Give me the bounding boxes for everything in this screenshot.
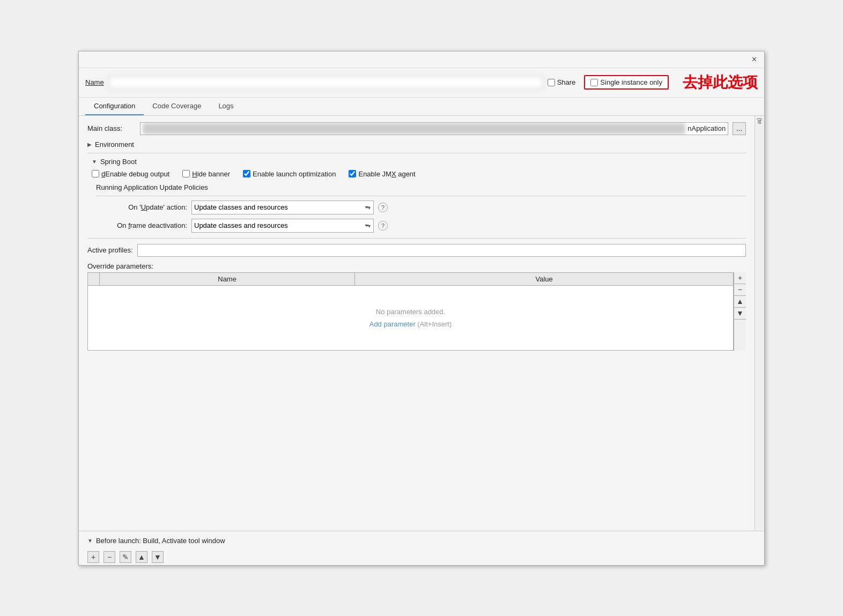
no-params-message: No parameters added. (376, 308, 445, 316)
right-panel-label: (te (757, 118, 763, 124)
enable-jmx-label: Enable JMX agent (358, 170, 415, 178)
add-param-row: Add parameter (Alt+Insert) (369, 320, 452, 328)
before-launch-label: Before launch: Build, Activate tool wind… (96, 537, 225, 545)
close-button[interactable]: × (749, 54, 760, 65)
enable-debug-checkbox[interactable] (92, 170, 99, 177)
tab-logs[interactable]: Logs (210, 98, 242, 115)
enable-jmx-checkbox-label[interactable]: Enable JMX agent (349, 170, 415, 178)
update-policies-section: Running Application Update Policies On '… (92, 183, 746, 233)
on-frame-label: On frame deactivation: (96, 221, 187, 229)
active-profiles-label: Active profiles: (87, 246, 133, 254)
spring-boot-section: ▼ Spring Boot dEnable debug output Hide … (87, 158, 746, 233)
name-input[interactable] (108, 76, 543, 89)
before-launch-triangle-icon: ▼ (87, 538, 93, 544)
enable-jmx-checkbox[interactable] (349, 170, 356, 177)
add-param-hint: (Alt+Insert) (417, 320, 452, 328)
active-profiles-row: Active profiles: (87, 244, 746, 257)
params-remove-button[interactable]: − (734, 284, 746, 296)
enable-launch-opt-checkbox[interactable] (243, 170, 250, 177)
hide-banner-label: Hide banner (192, 170, 230, 178)
add-parameter-link[interactable]: Add parameter (369, 320, 416, 328)
on-update-select-wrapper: Update classes and resources Hot swap cl… (191, 201, 374, 214)
params-table-header: Name Value (88, 273, 733, 286)
share-checkbox[interactable] (548, 79, 555, 86)
params-table: Name Value No parameters added. Add para… (87, 272, 734, 351)
enable-launch-opt-label: Enable launch optimization (253, 170, 336, 178)
before-launch-down-button[interactable]: ▼ (152, 551, 164, 563)
before-launch-header[interactable]: ▼ Before launch: Build, Activate tool wi… (87, 537, 756, 545)
on-frame-help-icon[interactable]: ? (378, 221, 388, 231)
on-update-select[interactable]: Update classes and resources Hot swap cl… (191, 201, 374, 214)
single-instance-label: Single instance only (600, 78, 662, 86)
on-frame-select-wrapper: Update classes and resources Hot swap cl… (191, 219, 374, 233)
params-side-buttons: + − ▲ ▼ (734, 272, 746, 351)
on-frame-row: On frame deactivation: Update classes an… (96, 219, 746, 233)
divider-policies (96, 196, 746, 196)
main-class-blurred (143, 123, 685, 134)
params-col-name-header: Name (100, 273, 355, 285)
main-panel: Main class: nApplication ... ▶ Environme… (79, 116, 755, 531)
right-panel: (te (755, 116, 764, 531)
main-class-more-button[interactable]: ... (733, 122, 746, 135)
update-policies-title: Running Application Update Policies (96, 183, 746, 191)
params-body: No parameters added. Add parameter (Alt+… (88, 286, 733, 350)
main-class-field[interactable]: nApplication (140, 122, 728, 135)
before-launch-remove-button[interactable]: − (103, 551, 115, 563)
before-launch-section: ▼ Before launch: Build, Activate tool wi… (79, 531, 764, 565)
on-update-row: On 'Update' action: Update classes and r… (96, 201, 746, 214)
single-instance-checkbox[interactable] (590, 79, 598, 86)
single-instance-checkbox-label[interactable]: Single instance only (590, 78, 662, 86)
params-add-button[interactable]: + (734, 272, 746, 284)
environment-triangle-icon: ▶ (87, 142, 92, 147)
annotation-text: 去掉此选项 (683, 72, 758, 93)
before-launch-actions: + − ✎ ▲ ▼ (87, 549, 756, 565)
params-up-button[interactable]: ▲ (734, 296, 746, 308)
params-wrapper: Name Value No parameters added. Add para… (87, 272, 746, 351)
header-checkboxes: Share Single instance only 去掉此选项 (548, 72, 758, 93)
enable-debug-checkbox-label[interactable]: dEnable debug output (92, 170, 169, 178)
environment-section-header[interactable]: ▶ Environment (87, 140, 746, 149)
override-params-label: Override parameters: (87, 262, 746, 270)
main-class-label: Main class: (87, 124, 136, 132)
before-launch-add-button[interactable]: + (87, 551, 99, 563)
tab-configuration[interactable]: Configuration (85, 98, 144, 115)
enable-launch-opt-checkbox-label[interactable]: Enable launch optimization (243, 170, 336, 178)
divider-2 (87, 238, 746, 239)
single-instance-box: Single instance only (584, 75, 669, 90)
on-frame-select[interactable]: Update classes and resources Hot swap cl… (191, 219, 374, 233)
params-down-button[interactable]: ▼ (734, 308, 746, 320)
spring-boot-triangle-icon: ▼ (92, 159, 97, 165)
before-launch-up-button[interactable]: ▲ (136, 551, 147, 563)
on-update-help-icon[interactable]: ? (378, 203, 388, 212)
spring-boot-header[interactable]: ▼ Spring Boot (92, 158, 746, 166)
on-update-label: On 'Update' action: (96, 203, 187, 211)
header-row: Name Share Single instance only 去掉此选项 (79, 68, 764, 98)
params-col-num (88, 273, 100, 285)
active-profiles-input[interactable] (137, 244, 746, 257)
name-label: Name (85, 78, 104, 86)
main-class-suffix: nApplication (687, 124, 726, 132)
share-checkbox-label[interactable]: Share (548, 78, 576, 86)
divider-1 (87, 153, 746, 153)
spring-checkboxes-row: dEnable debug output Hide banner Enable … (92, 170, 746, 178)
share-label: Share (557, 78, 576, 86)
before-launch-edit-button[interactable]: ✎ (120, 551, 131, 563)
tab-code-coverage[interactable]: Code Coverage (144, 98, 210, 115)
spring-boot-label: Spring Boot (100, 158, 137, 166)
main-class-row: Main class: nApplication ... (87, 122, 746, 135)
enable-debug-label: dEnable debug output (101, 170, 169, 178)
run-debug-config-dialog: × Name Share Single instance only 去掉此选项 … (78, 51, 765, 566)
title-bar: × (79, 51, 764, 68)
tabs-bar: Configuration Code Coverage Logs (79, 98, 764, 116)
params-col-value-header: Value (355, 273, 733, 285)
content-area: Main class: nApplication ... ▶ Environme… (79, 116, 764, 531)
hide-banner-checkbox-label[interactable]: Hide banner (182, 170, 230, 178)
environment-label: Environment (95, 140, 134, 149)
hide-banner-checkbox[interactable] (182, 170, 190, 177)
